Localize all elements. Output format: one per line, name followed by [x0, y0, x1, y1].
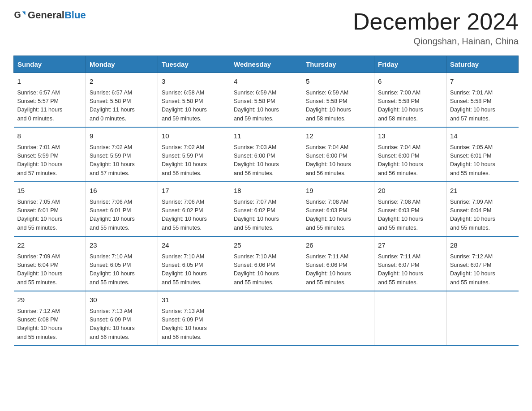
day-number: 21 — [450, 186, 515, 196]
header-day-saturday: Saturday — [446, 56, 519, 73]
day-number: 31 — [162, 295, 226, 305]
day-info: Sunrise: 7:10 AM Sunset: 6:06 PM Dayligh… — [234, 253, 298, 287]
day-number: 10 — [162, 131, 226, 141]
calendar-cell: 4Sunrise: 6:59 AM Sunset: 5:58 PM Daylig… — [230, 73, 302, 128]
calendar-body: 1Sunrise: 6:57 AM Sunset: 5:57 PM Daylig… — [14, 73, 519, 346]
day-info: Sunrise: 7:02 AM Sunset: 5:59 PM Dayligh… — [162, 143, 226, 178]
day-info: Sunrise: 7:02 AM Sunset: 5:59 PM Dayligh… — [90, 143, 154, 178]
calendar-cell: 12Sunrise: 7:04 AM Sunset: 6:00 PM Dayli… — [302, 127, 374, 182]
day-number: 30 — [90, 295, 154, 305]
calendar-cell: 3Sunrise: 6:58 AM Sunset: 5:58 PM Daylig… — [158, 73, 230, 128]
calendar-cell: 26Sunrise: 7:11 AM Sunset: 6:06 PM Dayli… — [302, 236, 374, 291]
day-number: 24 — [162, 240, 226, 251]
header-day-tuesday: Tuesday — [158, 56, 230, 73]
calendar-cell: 10Sunrise: 7:02 AM Sunset: 5:59 PM Dayli… — [158, 127, 230, 182]
calendar-cell: 25Sunrise: 7:10 AM Sunset: 6:06 PM Dayli… — [230, 236, 302, 291]
day-number: 5 — [306, 77, 370, 87]
day-info: Sunrise: 7:01 AM Sunset: 5:59 PM Dayligh… — [17, 143, 82, 178]
calendar-cell — [446, 291, 519, 346]
day-number: 9 — [90, 131, 154, 141]
calendar-cell: 18Sunrise: 7:07 AM Sunset: 6:02 PM Dayli… — [230, 182, 302, 236]
day-info: Sunrise: 7:07 AM Sunset: 6:02 PM Dayligh… — [234, 198, 298, 233]
day-number: 29 — [17, 295, 82, 305]
calendar-cell: 17Sunrise: 7:06 AM Sunset: 6:02 PM Dayli… — [158, 182, 230, 236]
day-info: Sunrise: 7:01 AM Sunset: 5:58 PM Dayligh… — [450, 89, 515, 124]
day-number: 25 — [234, 240, 298, 251]
day-number: 12 — [306, 131, 370, 141]
week-row-1: 1Sunrise: 6:57 AM Sunset: 5:57 PM Daylig… — [14, 73, 519, 128]
calendar-cell: 21Sunrise: 7:09 AM Sunset: 6:04 PM Dayli… — [446, 182, 519, 236]
page-header: G GeneralBlue December 2024 Qiongshan, H… — [13, 9, 519, 47]
day-info: Sunrise: 7:04 AM Sunset: 6:00 PM Dayligh… — [378, 143, 442, 178]
day-info: Sunrise: 6:58 AM Sunset: 5:58 PM Dayligh… — [162, 89, 226, 124]
day-info: Sunrise: 7:11 AM Sunset: 6:07 PM Dayligh… — [378, 253, 442, 287]
day-number: 6 — [378, 77, 442, 87]
calendar-cell: 23Sunrise: 7:10 AM Sunset: 6:05 PM Dayli… — [86, 236, 158, 291]
header-day-monday: Monday — [86, 56, 158, 73]
day-number: 16 — [90, 186, 154, 196]
day-info: Sunrise: 7:12 AM Sunset: 6:07 PM Dayligh… — [450, 253, 515, 287]
day-number: 28 — [450, 240, 515, 251]
day-info: Sunrise: 7:08 AM Sunset: 6:03 PM Dayligh… — [378, 198, 442, 233]
calendar-table: SundayMondayTuesdayWednesdayThursdayFrid… — [13, 56, 519, 346]
calendar-header: SundayMondayTuesdayWednesdayThursdayFrid… — [14, 56, 519, 73]
day-info: Sunrise: 7:13 AM Sunset: 6:09 PM Dayligh… — [162, 307, 226, 342]
calendar-cell: 15Sunrise: 7:05 AM Sunset: 6:01 PM Dayli… — [14, 182, 86, 236]
calendar-cell: 11Sunrise: 7:03 AM Sunset: 6:00 PM Dayli… — [230, 127, 302, 182]
week-row-5: 29Sunrise: 7:12 AM Sunset: 6:08 PM Dayli… — [14, 291, 519, 346]
day-number: 22 — [17, 240, 82, 251]
day-number: 4 — [234, 77, 298, 87]
day-info: Sunrise: 7:04 AM Sunset: 6:00 PM Dayligh… — [306, 143, 370, 178]
day-number: 3 — [162, 77, 226, 87]
day-number: 13 — [378, 131, 442, 141]
calendar-cell: 20Sunrise: 7:08 AM Sunset: 6:03 PM Dayli… — [374, 182, 446, 236]
day-info: Sunrise: 7:05 AM Sunset: 6:01 PM Dayligh… — [450, 143, 515, 178]
calendar-cell — [230, 291, 302, 346]
calendar-cell: 14Sunrise: 7:05 AM Sunset: 6:01 PM Dayli… — [446, 127, 519, 182]
svg-text:G: G — [14, 10, 21, 20]
calendar-cell: 1Sunrise: 6:57 AM Sunset: 5:57 PM Daylig… — [14, 73, 86, 128]
day-number: 7 — [450, 77, 515, 87]
day-info: Sunrise: 6:59 AM Sunset: 5:58 PM Dayligh… — [234, 89, 298, 124]
calendar-cell — [374, 291, 446, 346]
calendar-cell: 28Sunrise: 7:12 AM Sunset: 6:07 PM Dayli… — [446, 236, 519, 291]
calendar-cell: 31Sunrise: 7:13 AM Sunset: 6:09 PM Dayli… — [158, 291, 230, 346]
day-info: Sunrise: 7:06 AM Sunset: 6:02 PM Dayligh… — [162, 198, 226, 233]
header-day-friday: Friday — [374, 56, 446, 73]
header-day-sunday: Sunday — [14, 56, 86, 73]
day-info: Sunrise: 7:03 AM Sunset: 6:00 PM Dayligh… — [234, 143, 298, 178]
day-info: Sunrise: 7:08 AM Sunset: 6:03 PM Dayligh… — [306, 198, 370, 233]
day-number: 19 — [306, 186, 370, 196]
month-title: December 2024 — [353, 9, 519, 34]
day-info: Sunrise: 7:09 AM Sunset: 6:04 PM Dayligh… — [17, 253, 82, 287]
day-info: Sunrise: 6:57 AM Sunset: 5:58 PM Dayligh… — [90, 89, 154, 124]
day-number: 23 — [90, 240, 154, 251]
calendar-cell: 2Sunrise: 6:57 AM Sunset: 5:58 PM Daylig… — [86, 73, 158, 128]
svg-marker-1 — [22, 12, 26, 15]
day-info: Sunrise: 7:06 AM Sunset: 6:01 PM Dayligh… — [90, 198, 154, 233]
day-info: Sunrise: 7:12 AM Sunset: 6:08 PM Dayligh… — [17, 307, 82, 342]
day-number: 17 — [162, 186, 226, 196]
calendar-cell: 29Sunrise: 7:12 AM Sunset: 6:08 PM Dayli… — [14, 291, 86, 346]
day-info: Sunrise: 7:00 AM Sunset: 5:58 PM Dayligh… — [378, 89, 442, 124]
calendar-cell: 24Sunrise: 7:10 AM Sunset: 6:05 PM Dayli… — [158, 236, 230, 291]
calendar-cell: 16Sunrise: 7:06 AM Sunset: 6:01 PM Dayli… — [86, 182, 158, 236]
location-text: Qiongshan, Hainan, China — [353, 36, 519, 47]
calendar-cell — [302, 291, 374, 346]
day-info: Sunrise: 7:10 AM Sunset: 6:05 PM Dayligh… — [162, 253, 226, 287]
day-number: 2 — [90, 77, 154, 87]
week-row-2: 8Sunrise: 7:01 AM Sunset: 5:59 PM Daylig… — [14, 127, 519, 182]
calendar-cell: 5Sunrise: 6:59 AM Sunset: 5:58 PM Daylig… — [302, 73, 374, 128]
logo-blue-text: Blue — [64, 9, 86, 21]
calendar-cell: 9Sunrise: 7:02 AM Sunset: 5:59 PM Daylig… — [86, 127, 158, 182]
day-number: 20 — [378, 186, 442, 196]
day-number: 14 — [450, 131, 515, 141]
header-day-wednesday: Wednesday — [230, 56, 302, 73]
calendar-cell: 8Sunrise: 7:01 AM Sunset: 5:59 PM Daylig… — [14, 127, 86, 182]
day-info: Sunrise: 7:10 AM Sunset: 6:05 PM Dayligh… — [90, 253, 154, 287]
calendar-cell: 30Sunrise: 7:13 AM Sunset: 6:09 PM Dayli… — [86, 291, 158, 346]
day-info: Sunrise: 7:05 AM Sunset: 6:01 PM Dayligh… — [17, 198, 82, 233]
day-info: Sunrise: 6:57 AM Sunset: 5:57 PM Dayligh… — [17, 89, 82, 124]
calendar-cell: 6Sunrise: 7:00 AM Sunset: 5:58 PM Daylig… — [374, 73, 446, 128]
calendar-cell: 7Sunrise: 7:01 AM Sunset: 5:58 PM Daylig… — [446, 73, 519, 128]
